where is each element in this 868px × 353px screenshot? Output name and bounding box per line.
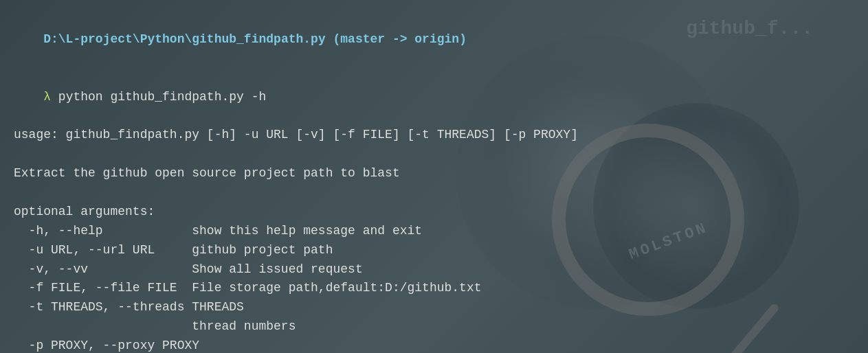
line-usage: usage: github_findpath.py [-h] -u URL [-… [14,126,854,145]
blank-line-2 [14,183,854,203]
line-file-arg: -f FILE, --file FILE File storage path,d… [14,279,854,298]
terminal-window: D:\L-project\Python\github_findpath.py (… [0,0,868,353]
branch-text: (master -> origin) [326,32,467,46]
line-threads-arg-2: thread numbers [14,317,854,337]
line-help-arg: -h, --help show this help message and ex… [14,222,854,241]
line-proxy-arg-1: -p PROXY, --proxy PROXY [14,337,854,353]
line-optional-header: optional arguments: [14,203,854,222]
line-command: λ python github_findpath.py -h [14,69,854,126]
line-verbose-arg: -v, --vv Show all issued request [14,260,854,280]
lambda-symbol: λ [43,90,51,104]
filepath-text: D:\L-project\Python\github_findpath.py [43,32,325,46]
line-filepath: D:\L-project\Python\github_findpath.py (… [14,11,854,69]
line-threads-arg-1: -t THREADS, --threads THREADS [14,298,854,317]
command-text: python github_findpath.py -h [51,90,266,104]
line-description: Extract the github open source project p… [14,164,854,183]
blank-line-1 [14,145,854,164]
line-url-arg: -u URL, --url URL github project path [14,241,854,260]
